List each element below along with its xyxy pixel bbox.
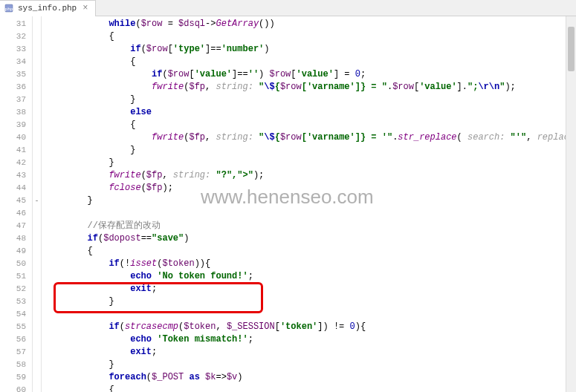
code-line[interactable]: } bbox=[42, 195, 576, 207]
code-line[interactable]: } bbox=[42, 94, 576, 106]
fold-marker bbox=[33, 182, 41, 195]
code-line[interactable]: { bbox=[42, 56, 576, 68]
fold-marker bbox=[33, 384, 41, 392]
code-line[interactable]: if($row['value']=='') $row['value'] = 0; bbox=[42, 68, 576, 81]
code-line[interactable]: exit; bbox=[42, 283, 576, 295]
line-number: 44 bbox=[0, 182, 32, 195]
line-number: 57 bbox=[0, 346, 32, 359]
line-number: 53 bbox=[0, 295, 32, 308]
fold-marker bbox=[33, 131, 41, 144]
fold-marker bbox=[33, 68, 41, 81]
code-line[interactable]: { bbox=[42, 30, 576, 43]
line-number: 47 bbox=[0, 220, 32, 232]
line-number: 41 bbox=[0, 144, 32, 157]
line-number: 45 bbox=[0, 195, 32, 207]
line-number: 50 bbox=[0, 258, 32, 270]
fold-marker bbox=[33, 43, 41, 56]
fold-marker bbox=[33, 232, 41, 245]
line-number: 33 bbox=[0, 43, 32, 56]
line-number: 46 bbox=[0, 207, 32, 220]
line-number: 38 bbox=[0, 106, 32, 119]
fold-marker bbox=[33, 321, 41, 333]
fold-marker bbox=[33, 30, 41, 43]
fold-marker bbox=[33, 308, 41, 321]
code-line[interactable]: } bbox=[42, 144, 576, 157]
line-number: 37 bbox=[0, 94, 32, 106]
line-number: 58 bbox=[0, 359, 32, 371]
tab-bar: php sys_info.php × bbox=[0, 0, 576, 16]
line-number: 31 bbox=[0, 18, 32, 30]
code-line[interactable]: fwrite($fp, string: "\${$row['varname']}… bbox=[42, 131, 576, 144]
fold-marker bbox=[33, 207, 41, 220]
fold-marker[interactable]: - bbox=[33, 195, 41, 207]
code-line[interactable]: { bbox=[42, 245, 576, 258]
line-number-gutter: 3132333435363738394041424344454647484950… bbox=[0, 16, 33, 392]
code-line[interactable]: if(!isset($token)){ bbox=[42, 258, 576, 270]
close-icon[interactable]: × bbox=[82, 3, 88, 13]
line-number: 60 bbox=[0, 384, 32, 392]
line-number: 59 bbox=[0, 371, 32, 384]
line-number: 36 bbox=[0, 81, 32, 94]
fold-marker bbox=[33, 270, 41, 283]
code-line[interactable]: foreach($_POST as $k=>$v) bbox=[42, 371, 576, 384]
php-file-icon: php bbox=[4, 3, 15, 13]
line-number: 49 bbox=[0, 245, 32, 258]
fold-marker bbox=[33, 371, 41, 384]
code-line[interactable]: } bbox=[42, 359, 576, 371]
fold-marker bbox=[33, 333, 41, 346]
code-line[interactable] bbox=[42, 207, 576, 220]
code-area[interactable]: while($row = $dsql->GetArray()) { if($ro… bbox=[42, 16, 576, 392]
code-line[interactable]: echo 'Token mismatch!'; bbox=[42, 333, 576, 346]
line-number: 42 bbox=[0, 157, 32, 169]
editor: 3132333435363738394041424344454647484950… bbox=[0, 16, 576, 392]
fold-marker bbox=[33, 106, 41, 119]
line-number: 51 bbox=[0, 270, 32, 283]
code-line[interactable]: else bbox=[42, 106, 576, 119]
code-line[interactable]: { bbox=[42, 384, 576, 392]
line-number: 40 bbox=[0, 131, 32, 144]
file-tab[interactable]: php sys_info.php × bbox=[0, 0, 96, 16]
fold-marker bbox=[33, 144, 41, 157]
fold-marker bbox=[33, 18, 41, 30]
code-line[interactable]: fwrite($fp, string: "?",">"); bbox=[42, 169, 576, 182]
code-line[interactable]: fclose($fp); bbox=[42, 182, 576, 195]
fold-marker bbox=[33, 346, 41, 359]
code-line[interactable] bbox=[42, 308, 576, 321]
code-line[interactable]: if(strcasecmp($token, $_SESSION['token']… bbox=[42, 321, 576, 333]
scroll-thumb[interactable] bbox=[568, 27, 575, 71]
code-line[interactable]: exit; bbox=[42, 346, 576, 359]
fold-marker bbox=[33, 94, 41, 106]
line-number: 52 bbox=[0, 283, 32, 295]
line-number: 56 bbox=[0, 333, 32, 346]
line-number: 35 bbox=[0, 68, 32, 81]
fold-marker bbox=[33, 245, 41, 258]
line-number: 43 bbox=[0, 169, 32, 182]
fold-marker bbox=[33, 56, 41, 68]
code-line[interactable]: if($dopost=="save") bbox=[42, 232, 576, 245]
line-number: 39 bbox=[0, 119, 32, 131]
line-number: 34 bbox=[0, 56, 32, 68]
vertical-scrollbar[interactable] bbox=[566, 16, 576, 392]
code-line[interactable]: fwrite($fp, string: "\${$row['varname']}… bbox=[42, 81, 576, 94]
code-line[interactable]: echo 'No token found!'; bbox=[42, 270, 576, 283]
code-line[interactable]: } bbox=[42, 157, 576, 169]
line-number: 32 bbox=[0, 30, 32, 43]
fold-marker bbox=[33, 81, 41, 94]
fold-marker bbox=[33, 283, 41, 295]
tab-filename: sys_info.php bbox=[18, 4, 77, 13]
fold-marker bbox=[33, 119, 41, 131]
code-line[interactable]: { bbox=[42, 119, 576, 131]
fold-marker bbox=[33, 258, 41, 270]
code-line[interactable]: while($row = $dsql->GetArray()) bbox=[42, 18, 576, 30]
fold-marker bbox=[33, 295, 41, 308]
code-line[interactable]: if($row['type']=='number') bbox=[42, 43, 576, 56]
line-number: 54 bbox=[0, 308, 32, 321]
line-number: 55 bbox=[0, 321, 32, 333]
fold-column: - bbox=[33, 16, 42, 392]
code-line[interactable]: //保存配置的改动 bbox=[42, 220, 576, 232]
code-line[interactable]: } bbox=[42, 295, 576, 308]
svg-text:php: php bbox=[5, 7, 13, 12]
fold-marker bbox=[33, 220, 41, 232]
fold-marker bbox=[33, 169, 41, 182]
line-number: 48 bbox=[0, 232, 32, 245]
